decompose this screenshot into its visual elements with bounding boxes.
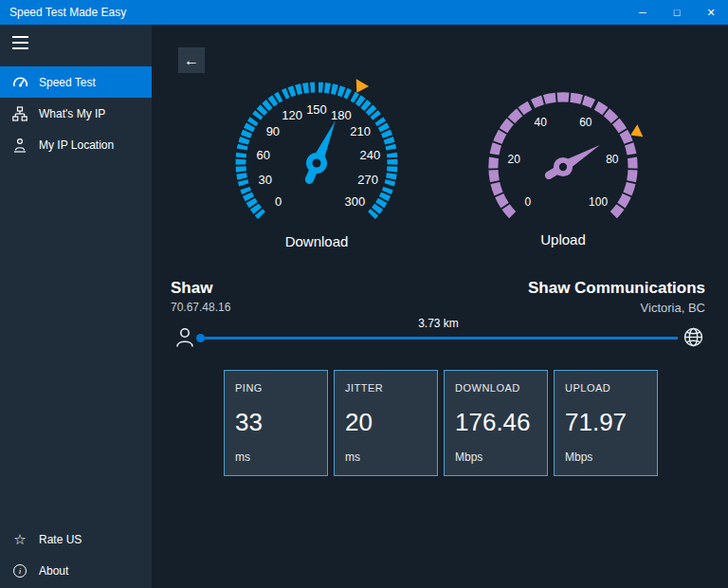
svg-text:0: 0 bbox=[525, 195, 532, 209]
maximize-button[interactable]: □ bbox=[660, 0, 694, 25]
svg-text:60: 60 bbox=[256, 148, 269, 162]
gauge-icon bbox=[11, 74, 28, 91]
server-location: Victoria, BC bbox=[528, 301, 705, 315]
svg-text:300: 300 bbox=[344, 194, 365, 209]
network-sitemap-icon bbox=[11, 105, 28, 122]
hamburger-menu-button[interactable] bbox=[0, 25, 41, 59]
sidebar-item-label: Rate US bbox=[39, 533, 82, 546]
download-gauge-dial: 0306090120150180210240270300 bbox=[222, 68, 411, 231]
stat-label: DOWNLOAD bbox=[455, 382, 537, 394]
route-line bbox=[199, 337, 678, 340]
svg-text:40: 40 bbox=[535, 116, 548, 129]
stat-value: 71.97 bbox=[565, 408, 646, 437]
stat-label: PING bbox=[235, 382, 317, 394]
stat-unit: ms bbox=[345, 450, 427, 464]
sidebar-item-about[interactable]: i About bbox=[0, 555, 152, 586]
svg-text:20: 20 bbox=[508, 153, 521, 166]
sidebar-item-label: Speed Test bbox=[39, 76, 96, 89]
svg-text:30: 30 bbox=[259, 173, 272, 187]
distance-label: 3.73 km bbox=[199, 317, 678, 330]
upload-gauge: 020406080100 Upload bbox=[476, 80, 650, 248]
stat-card-ping: PING 33 ms bbox=[224, 370, 328, 476]
person-icon bbox=[174, 326, 195, 353]
window-controls: ─ □ ✕ bbox=[626, 0, 728, 25]
window-title: Speed Test Made Easy bbox=[9, 6, 126, 19]
back-arrow-icon: ← bbox=[184, 52, 199, 68]
svg-text:240: 240 bbox=[359, 148, 380, 162]
stat-unit: Mbps bbox=[565, 450, 646, 464]
isp-info: Shaw 70.67.48.16 bbox=[171, 279, 230, 315]
svg-text:60: 60 bbox=[579, 116, 592, 129]
main-content: ← 0306090120150180210240270300 Download … bbox=[152, 25, 728, 588]
svg-text:120: 120 bbox=[282, 108, 302, 122]
stat-card-jitter: JITTER 20 ms bbox=[334, 370, 438, 476]
stat-value: 20 bbox=[345, 408, 427, 437]
sidebar-item-rate-us[interactable]: ☆ Rate US bbox=[0, 524, 152, 555]
stat-label: UPLOAD bbox=[565, 382, 646, 394]
hamburger-icon bbox=[12, 36, 28, 38]
stat-label: JITTER bbox=[345, 382, 427, 394]
close-button[interactable]: ✕ bbox=[694, 0, 728, 25]
stat-unit: Mbps bbox=[455, 450, 537, 464]
sidebar-item-label: About bbox=[39, 564, 68, 578]
sidebar-footer: ☆ Rate US i About bbox=[0, 524, 152, 586]
stat-card-upload: UPLOAD 71.97 Mbps bbox=[554, 370, 658, 476]
isp-name: Shaw bbox=[171, 279, 230, 298]
globe-icon bbox=[682, 326, 704, 352]
info-icon: i bbox=[11, 562, 28, 579]
svg-text:0: 0 bbox=[275, 194, 282, 209]
download-gauge-label: Download bbox=[222, 233, 411, 249]
sidebar-item-label: What's My IP bbox=[39, 107, 105, 120]
star-icon: ☆ bbox=[11, 531, 28, 548]
sidebar-item-whats-my-ip[interactable]: What's My IP bbox=[0, 98, 152, 129]
sidebar: Speed Test What's My IP My IP Location ☆… bbox=[0, 25, 152, 588]
svg-text:180: 180 bbox=[331, 108, 352, 122]
stat-value: 33 bbox=[235, 408, 317, 437]
stat-unit: ms bbox=[235, 450, 317, 464]
svg-text:80: 80 bbox=[606, 153, 619, 166]
sidebar-nav: Speed Test What's My IP My IP Location bbox=[0, 66, 152, 160]
svg-text:100: 100 bbox=[589, 195, 608, 209]
upload-gauge-dial: 020406080100 bbox=[476, 80, 650, 230]
server-name: Shaw Communications bbox=[528, 279, 705, 298]
svg-text:270: 270 bbox=[357, 173, 378, 187]
server-info: Shaw Communications Victoria, BC bbox=[528, 279, 705, 315]
minimize-button[interactable]: ─ bbox=[626, 0, 660, 25]
upload-gauge-label: Upload bbox=[476, 231, 650, 248]
sidebar-item-speed-test[interactable]: Speed Test bbox=[0, 66, 152, 98]
back-button[interactable]: ← bbox=[178, 47, 205, 73]
sidebar-item-label: My IP Location bbox=[39, 138, 114, 152]
connection-info-row: Shaw 70.67.48.16 Shaw Communications Vic… bbox=[171, 279, 705, 315]
stat-card-download: DOWNLOAD 176.46 Mbps bbox=[444, 370, 548, 476]
sidebar-item-my-ip-location[interactable]: My IP Location bbox=[0, 129, 152, 160]
isp-ip-address: 70.67.48.16 bbox=[171, 301, 230, 314]
download-gauge: 0306090120150180210240270300 Download bbox=[222, 68, 411, 249]
svg-text:210: 210 bbox=[350, 124, 371, 138]
stat-value: 176.46 bbox=[455, 408, 537, 437]
location-person-icon bbox=[11, 137, 28, 154]
svg-text:90: 90 bbox=[266, 124, 280, 138]
titlebar: Speed Test Made Easy ─ □ ✕ bbox=[0, 0, 728, 25]
svg-text:150: 150 bbox=[306, 102, 327, 117]
